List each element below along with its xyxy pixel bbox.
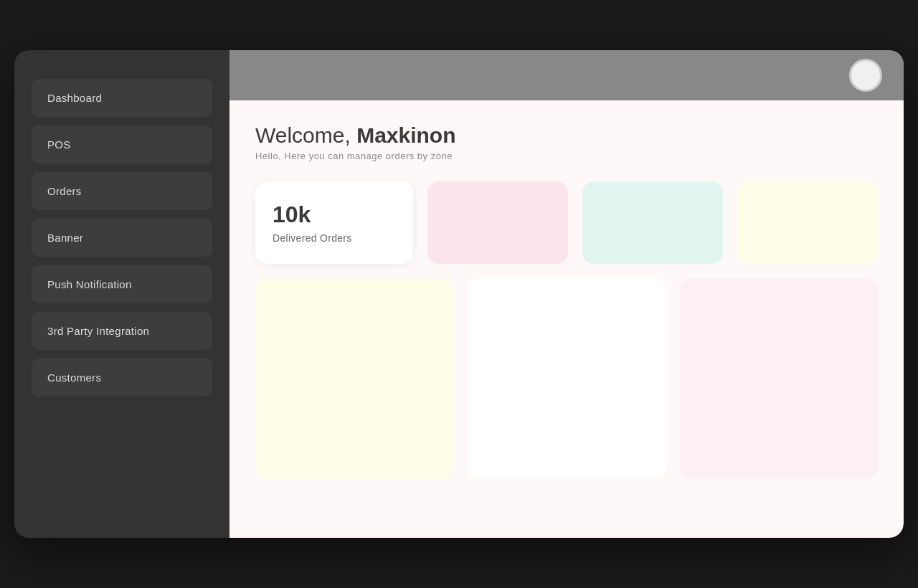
welcome-section: Welcome, Maxkinon Hello, Here you can ma… (255, 123, 878, 161)
stat-card-pink (427, 181, 568, 264)
sidebar-item-push-notification[interactable]: Push Notification (32, 265, 212, 303)
avatar[interactable] (849, 59, 882, 92)
welcome-greeting: Welcome, (255, 123, 356, 147)
stats-row: 10k Delivered Orders (255, 181, 878, 264)
stat-card-yellow (737, 181, 878, 264)
sidebar: DashboardPOSOrdersBannerPush Notificatio… (14, 50, 230, 538)
charts-row (255, 278, 878, 479)
content-area: Welcome, Maxkinon Hello, Here you can ma… (230, 100, 904, 538)
sidebar-item-orders[interactable]: Orders (32, 172, 212, 210)
welcome-title: Welcome, Maxkinon (255, 123, 878, 148)
welcome-username: Maxkinon (356, 123, 455, 147)
chart-card-white (468, 278, 666, 479)
sidebar-item-customers[interactable]: Customers (32, 359, 212, 397)
stat-card-delivered: 10k Delivered Orders (255, 181, 413, 264)
welcome-subtitle: Hello, Here you can manage orders by zon… (255, 151, 878, 161)
sidebar-item-dashboard[interactable]: Dashboard (32, 79, 212, 117)
sidebar-item-3rd-party[interactable]: 3rd Party Integration (32, 312, 212, 350)
header-bar (230, 50, 904, 100)
chart-card-blush (680, 278, 878, 479)
main-content: Welcome, Maxkinon Hello, Here you can ma… (230, 50, 904, 538)
sidebar-item-banner[interactable]: Banner (32, 219, 212, 257)
sidebar-item-pos[interactable]: POS (32, 125, 212, 163)
stat-card-mint (582, 181, 723, 264)
stat-number: 10k (273, 201, 396, 228)
chart-card-cream (255, 278, 453, 479)
app-container: DashboardPOSOrdersBannerPush Notificatio… (14, 50, 904, 538)
stat-label: Delivered Orders (273, 232, 396, 244)
